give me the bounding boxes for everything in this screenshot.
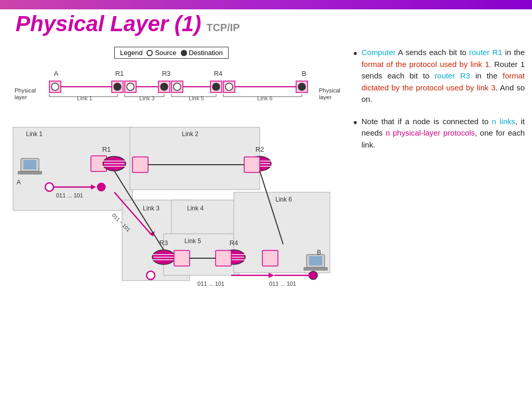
bottom-network-diagram: Link 1 Link 2 Link 3 Link 4 Link 5 Link … bbox=[10, 125, 338, 317]
svg-rect-109 bbox=[309, 256, 322, 265]
svg-rect-58 bbox=[18, 171, 42, 174]
highlight-router-r1: router R1 bbox=[469, 48, 502, 57]
svg-text:layer: layer bbox=[15, 94, 27, 100]
svg-point-18 bbox=[174, 83, 181, 90]
svg-rect-77 bbox=[132, 157, 148, 172]
bullet-2: • Note that if a node is connected to n … bbox=[353, 116, 525, 151]
svg-point-22 bbox=[225, 83, 233, 90]
svg-text:Link 1: Link 1 bbox=[77, 95, 92, 101]
svg-text:R1: R1 bbox=[102, 145, 111, 153]
svg-text:R4: R4 bbox=[230, 239, 238, 247]
svg-rect-95 bbox=[216, 250, 231, 266]
svg-text:Physical: Physical bbox=[15, 87, 36, 94]
legend-source: Source bbox=[147, 49, 176, 57]
svg-rect-59 bbox=[23, 160, 36, 169]
text-panel: • Computer A sends each bit to router R1… bbox=[353, 47, 525, 161]
svg-point-16 bbox=[161, 83, 168, 90]
svg-text:A: A bbox=[54, 70, 59, 77]
svg-point-61 bbox=[45, 183, 54, 191]
legend-label: Legend bbox=[120, 49, 142, 57]
svg-text:011 ... 101: 011 ... 101 bbox=[197, 281, 224, 287]
highlight-format-1: format of the protocol used by link 1. bbox=[362, 60, 491, 69]
highlight-n-protocols: n physical-layer protocols bbox=[385, 128, 475, 137]
svg-rect-94 bbox=[174, 250, 190, 266]
page-title: Physical Layer (1) bbox=[16, 11, 201, 36]
page-subtitle: TCP/IP bbox=[206, 22, 240, 34]
svg-point-10 bbox=[51, 83, 59, 90]
dest-label: Destination bbox=[189, 49, 223, 57]
svg-text:Link 5: Link 5 bbox=[189, 95, 204, 101]
svg-point-24 bbox=[298, 83, 305, 90]
svg-text:Link 6: Link 6 bbox=[275, 196, 292, 203]
svg-point-14 bbox=[127, 83, 134, 90]
bullet-dot-1: • bbox=[353, 47, 357, 60]
bullet-text-2: Note that if a node is connected to n li… bbox=[362, 116, 525, 151]
svg-rect-78 bbox=[244, 157, 260, 172]
svg-point-12 bbox=[114, 83, 121, 90]
svg-text:Link 5: Link 5 bbox=[184, 237, 201, 245]
svg-rect-99 bbox=[262, 250, 278, 266]
source-icon bbox=[147, 50, 153, 56]
diagram-area: Legend Source Destination Physical layer… bbox=[10, 47, 353, 390]
svg-text:R2: R2 bbox=[256, 145, 264, 153]
bullet-text-1: Computer A sends each bit to router R1 i… bbox=[362, 47, 525, 105]
source-label: Source bbox=[155, 49, 176, 57]
svg-text:Link 1: Link 1 bbox=[26, 130, 43, 138]
highlight-router-r3: router R3 bbox=[435, 71, 470, 80]
svg-text:A: A bbox=[17, 179, 21, 186]
svg-text:B: B bbox=[302, 70, 307, 77]
svg-text:Link 2: Link 2 bbox=[182, 130, 198, 138]
svg-rect-108 bbox=[304, 268, 327, 270]
svg-text:R3: R3 bbox=[162, 70, 171, 77]
svg-text:Link 4: Link 4 bbox=[187, 205, 204, 212]
highlight-computer: Computer bbox=[362, 48, 396, 57]
svg-marker-102 bbox=[269, 273, 274, 278]
svg-point-64 bbox=[97, 183, 105, 191]
svg-text:layer: layer bbox=[319, 94, 331, 100]
legend-box: Legend Source Destination bbox=[114, 47, 229, 59]
bullet-dot-2: • bbox=[353, 116, 357, 129]
svg-text:Physical: Physical bbox=[319, 87, 340, 94]
svg-text:Link 6: Link 6 bbox=[257, 95, 272, 101]
svg-text:011 ... 101: 011 ... 101 bbox=[269, 281, 296, 287]
legend-dest: Destination bbox=[181, 49, 223, 57]
svg-text:R1: R1 bbox=[115, 70, 124, 77]
svg-point-20 bbox=[212, 83, 220, 90]
svg-text:B: B bbox=[317, 249, 321, 256]
highlight-n-links: n links bbox=[492, 117, 515, 126]
top-bar bbox=[0, 0, 532, 9]
title-area: Physical Layer (1) TCP/IP bbox=[16, 11, 240, 36]
svg-text:Link 3: Link 3 bbox=[139, 95, 154, 101]
dest-icon bbox=[181, 50, 187, 56]
top-network-diagram: Physical layer Physical layer A R1 R3 R4… bbox=[10, 61, 343, 118]
svg-text:011 ... 101: 011 ... 101 bbox=[56, 192, 83, 198]
svg-text:Link 3: Link 3 bbox=[143, 205, 159, 212]
bullet-1: • Computer A sends each bit to router R1… bbox=[353, 47, 525, 105]
svg-point-88 bbox=[147, 271, 155, 280]
svg-text:R4: R4 bbox=[214, 70, 223, 77]
